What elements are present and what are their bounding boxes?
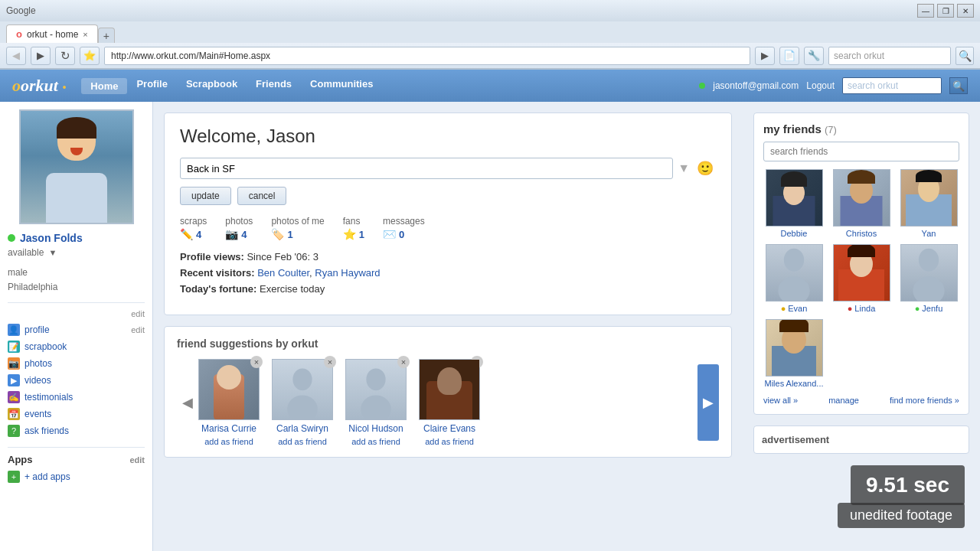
dropdown-arrow[interactable]: ▼ [678,161,690,175]
profile-views-value: Since Feb '06: 3 [247,251,318,262]
header-search-button[interactable]: 🔍 [949,77,968,94]
scraps-value[interactable]: 4 [196,229,201,240]
view-all-link[interactable]: view all » [763,396,798,405]
sugg-add-4[interactable]: add as friend [425,437,474,446]
suggestions-prev-button[interactable]: ◀ [177,364,198,441]
find-more-link[interactable]: find more friends » [890,396,959,405]
sugg-name-2[interactable]: Carla Swiryn [276,423,328,434]
profile-photo[interactable] [19,109,134,224]
friend-photo-jenfu[interactable] [900,244,958,302]
nav-communities[interactable]: Communities [301,78,382,94]
testimonials-icon: ✍ [8,391,20,403]
status-label: available [8,247,44,258]
friends-search-input[interactable] [763,142,959,161]
friend-photo-yan[interactable] [900,169,958,227]
browser-search-input[interactable]: search orkut [828,47,951,65]
friend-name-jenfu[interactable]: Jenfu [922,304,942,313]
friend-photo-debbie[interactable] [766,169,823,227]
location-text: Philadelphia [8,280,145,295]
profile-name[interactable]: Jason Folds [20,232,83,244]
sidebar-item-videos[interactable]: ▶ videos [8,372,145,389]
header-search-input[interactable]: search orkut [842,77,942,94]
browser-tab[interactable]: o orkut - home × [6,24,98,43]
new-tab-button[interactable]: + [98,28,115,43]
friend-name-yan[interactable]: Yan [922,229,936,238]
status-input[interactable] [180,158,673,179]
profile-views-label: Profile views: [180,251,244,262]
fans-value[interactable]: 1 [359,229,364,240]
minimize-button[interactable]: — [917,4,934,18]
sidebar-item-testimonials[interactable]: ✍ testimonials [8,389,145,406]
photos-stat-value[interactable]: 4 [241,229,247,240]
sugg-name-3[interactable]: Nicol Hudson [348,423,403,434]
sugg-name-1[interactable]: Marisa Currie [201,423,256,434]
page-menu-button[interactable]: 📄 [779,47,799,65]
sugg-add-3[interactable]: add as friend [351,437,400,446]
tab-close-button[interactable]: × [83,30,87,39]
nav-profile[interactable]: Profile [127,78,176,94]
close-button[interactable]: ✕ [957,4,974,18]
fortune-row: Today's fortune: Exercise today [180,283,716,295]
friend-photo-evan[interactable] [766,244,823,302]
sugg-close-3[interactable]: × [397,356,410,368]
friend-photo-christos[interactable] [833,169,890,227]
sidebar-item-photos[interactable]: 📷 photos [8,355,145,372]
visitor1-link[interactable]: Ben Coulter [257,267,309,279]
nav-friends[interactable]: Friends [247,78,301,94]
messages-value[interactable]: 0 [399,229,404,240]
friend-photo-linda[interactable] [833,244,890,302]
friend-name-linda[interactable]: Linda [854,304,875,313]
tools-button[interactable]: 🔧 [804,47,824,65]
nav-scrapbook[interactable]: Scrapbook [177,78,247,94]
sidebar-item-profile[interactable]: 👤 profile edit [8,321,145,338]
profile-nav-label: profile [24,324,50,335]
emoji-button[interactable]: 🙂 [694,158,716,179]
friends-title: my friends (7) [763,122,959,135]
restore-button[interactable]: ❐ [937,4,954,18]
back-button[interactable]: ◀ [6,47,26,65]
nav-home[interactable]: Home [81,78,127,94]
friend-name-miles[interactable]: Miles Alexand... [764,379,823,388]
friend-name-christos[interactable]: Christos [846,229,877,238]
ask-friends-nav-label: ask friends [24,425,69,436]
home-button[interactable]: ⭐ [80,47,100,65]
sidebar-item-events[interactable]: 📅 events [8,406,145,422]
friends-box: my friends (7) [753,112,969,415]
fortune-value: Exercise today [260,283,325,295]
visitor2-link[interactable]: Ryan Hayward [315,267,380,279]
cancel-button[interactable]: cancel [237,187,287,205]
profile-views-row: Profile views: Since Feb '06: 3 [180,251,716,262]
status-dropdown[interactable]: ▼ [48,248,57,257]
friend-name-evan[interactable]: Evan [788,304,807,313]
friend-item-yan: Yan [898,169,959,238]
friend-name-debbie[interactable]: Debbie [781,229,808,238]
update-button[interactable]: update [180,187,231,205]
sidebar-item-add-apps[interactable]: + + add apps [8,468,145,485]
apps-edit-link[interactable]: edit [129,455,145,465]
bookmark-button[interactable]: ▶ [755,47,775,65]
profile-edit[interactable]: edit [131,325,145,334]
address-bar[interactable]: http://www.orkut.com/Main#Home.aspx [104,47,750,65]
logo-dot: • [62,82,66,93]
browser-search-button[interactable]: 🔍 [956,47,974,65]
photos-of-me-value[interactable]: 1 [287,229,292,240]
reload-button[interactable]: ↻ [55,47,75,65]
welcome-box: Welcome, Jason ▼ 🙂 update cancel scraps [164,112,732,315]
sugg-close-1[interactable]: × [250,356,263,368]
tab-title: orkut - home [27,29,78,40]
profile-edit-link[interactable]: edit [131,309,145,318]
logout-button[interactable]: Logout [806,80,835,91]
logo-text: orkut [21,76,58,95]
friend-photo-miles[interactable] [766,319,823,377]
sugg-close-2[interactable]: × [324,356,336,368]
friend-item-miles: Miles Alexand... [763,319,825,388]
manage-link[interactable]: manage [828,396,859,405]
sidebar-item-ask-friends[interactable]: ? ask friends [8,422,145,439]
sidebar-item-scrapbook[interactable]: 📝 scrapbook [8,338,145,355]
content-area: Welcome, Jason ▼ 🙂 update cancel scraps [153,102,743,551]
sugg-add-1[interactable]: add as friend [204,437,253,446]
forward-button[interactable]: ▶ [31,47,51,65]
sugg-name-4[interactable]: Claire Evans [423,423,475,434]
suggestions-next-button[interactable]: ▶ [697,364,719,441]
sugg-add-2[interactable]: add as friend [278,437,327,446]
